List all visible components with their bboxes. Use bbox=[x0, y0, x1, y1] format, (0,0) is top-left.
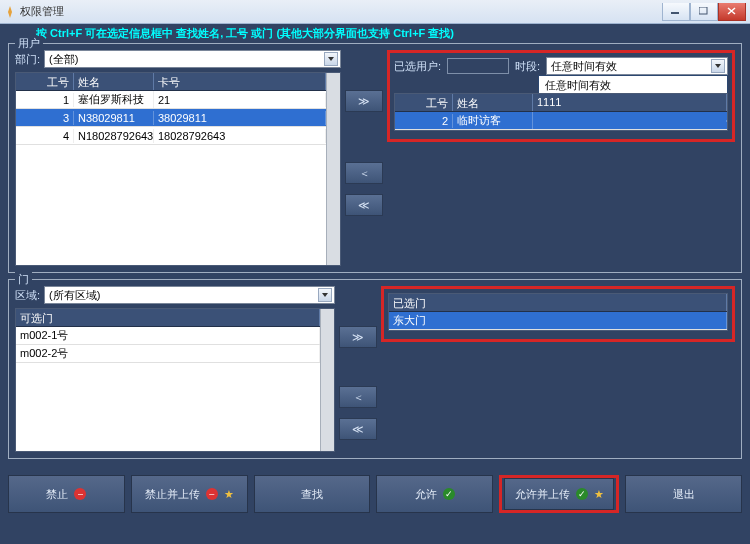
check-icon: ✓ bbox=[576, 488, 588, 500]
table-row[interactable]: 东大门 bbox=[389, 312, 727, 330]
deny-upload-button[interactable]: 禁止并上传 – ★ bbox=[131, 475, 248, 513]
users-left-body: 1 塞伯罗斯科技 21 3 N38029811 38029811 4 N1802… bbox=[16, 91, 326, 145]
move-all-right-button[interactable]: ≫ bbox=[345, 90, 383, 112]
shortcut-hint: 按 Ctrl+F 可在选定信息框中 查找姓名, 工号 或门 (其他大部分界面也支… bbox=[0, 24, 750, 43]
dept-select[interactable]: (全部) bbox=[44, 50, 341, 68]
button-bar: 禁止 – 禁止并上传 – ★ 查找 允许 ✓ 允许并上传 ✓ ★ 退出 bbox=[0, 469, 750, 521]
table-row[interactable]: 3 N38029811 38029811 bbox=[16, 109, 326, 127]
area-label: 区域: bbox=[15, 288, 40, 303]
area-select-value: (所有区域) bbox=[49, 288, 100, 303]
close-button[interactable] bbox=[718, 3, 746, 21]
minimize-button[interactable] bbox=[662, 3, 690, 21]
col-header-card: 卡号 bbox=[154, 73, 326, 90]
selected-doors-box: 已选门 东大门 bbox=[381, 286, 735, 342]
doors-panel: 门 区域: (所有区域) 可选门 m002-1号 m002-2号 bbox=[8, 279, 742, 459]
col-header-card: 1111 bbox=[533, 94, 727, 111]
chevron-down-icon bbox=[318, 288, 332, 302]
exit-button[interactable]: 退出 bbox=[625, 475, 742, 513]
selected-users-label: 已选用户: bbox=[394, 59, 441, 74]
app-icon bbox=[4, 6, 16, 18]
col-header-door: 可选门 bbox=[16, 309, 320, 326]
dept-select-value: (全部) bbox=[49, 52, 78, 67]
area-select[interactable]: (所有区域) bbox=[44, 286, 335, 304]
col-header-id: 工号 bbox=[395, 94, 453, 111]
scrollbar[interactable] bbox=[320, 309, 334, 451]
table-row[interactable]: m002-2号 bbox=[16, 345, 320, 363]
star-icon: ★ bbox=[224, 488, 234, 501]
window-title: 权限管理 bbox=[20, 4, 662, 19]
minus-icon: – bbox=[74, 488, 86, 500]
star-icon: ★ bbox=[594, 488, 604, 501]
dept-label: 部门: bbox=[15, 52, 40, 67]
table-row[interactable]: 4 N18028792643 18028792643 bbox=[16, 127, 326, 145]
title-bar: 权限管理 bbox=[0, 0, 750, 24]
chevron-down-icon bbox=[324, 52, 338, 66]
col-header-name: 姓名 bbox=[453, 94, 533, 111]
table-row[interactable]: 2 临时访客 bbox=[395, 112, 727, 130]
chevron-down-icon bbox=[711, 59, 725, 73]
col-header-selected-door: 已选门 bbox=[389, 294, 727, 311]
allow-button[interactable]: 允许 ✓ bbox=[376, 475, 493, 513]
move-all-left-button[interactable]: ≪ bbox=[345, 194, 383, 216]
users-panel: 用户 部门: (全部) 工号 姓名 卡号 bbox=[8, 43, 742, 273]
minus-icon: – bbox=[206, 488, 218, 500]
allow-upload-highlight: 允许并上传 ✓ ★ bbox=[499, 475, 619, 513]
selected-users-box: 已选用户: 时段: 任意时间有效 任意时间有效 2 (临时访客一次性) 工号 姓… bbox=[387, 50, 735, 142]
move-all-right-button[interactable]: ≫ bbox=[339, 326, 377, 348]
time-select-value: 任意时间有效 bbox=[551, 59, 617, 74]
move-left-button[interactable]: ＜ bbox=[339, 386, 377, 408]
move-left-button[interactable]: ＜ bbox=[345, 162, 383, 184]
search-button[interactable]: 查找 bbox=[254, 475, 371, 513]
deny-button[interactable]: 禁止 – bbox=[8, 475, 125, 513]
check-icon: ✓ bbox=[443, 488, 455, 500]
col-header-id: 工号 bbox=[16, 73, 74, 90]
allow-upload-button[interactable]: 允许并上传 ✓ ★ bbox=[504, 478, 614, 510]
move-all-left-button[interactable]: ≪ bbox=[339, 418, 377, 440]
col-header-name: 姓名 bbox=[74, 73, 154, 90]
table-row[interactable]: 1 塞伯罗斯科技 21 bbox=[16, 91, 326, 109]
svg-rect-0 bbox=[671, 12, 679, 14]
users-panel-label: 用户 bbox=[15, 36, 43, 51]
table-row[interactable]: m002-1号 bbox=[16, 327, 320, 345]
svg-rect-1 bbox=[699, 7, 707, 14]
time-label: 时段: bbox=[515, 59, 540, 74]
doors-panel-label: 门 bbox=[15, 272, 32, 287]
time-select[interactable]: 任意时间有效 bbox=[546, 57, 728, 75]
scrollbar[interactable] bbox=[326, 73, 340, 265]
selected-users-input[interactable] bbox=[447, 58, 509, 74]
maximize-button[interactable] bbox=[690, 3, 718, 21]
